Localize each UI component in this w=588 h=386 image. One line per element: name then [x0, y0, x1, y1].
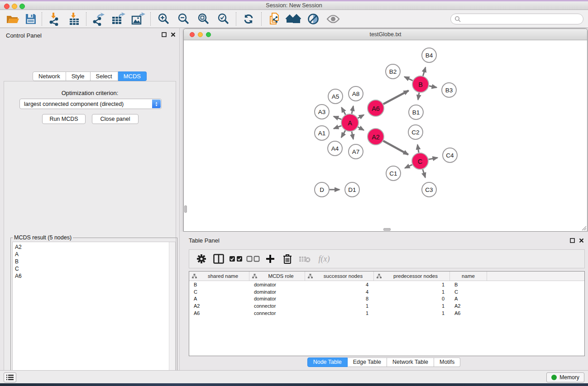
- show-hide-button[interactable]: [325, 12, 341, 26]
- zoom-selected-button[interactable]: [215, 12, 231, 26]
- open-session-button[interactable]: [5, 12, 21, 26]
- graph-edge[interactable]: [417, 145, 419, 153]
- import-table-button[interactable]: [66, 12, 82, 26]
- mcds-result-list[interactable]: A2ABCA6: [12, 242, 176, 386]
- table-cell[interactable]: 1: [305, 310, 374, 316]
- float-table-panel-icon[interactable]: [570, 238, 575, 243]
- table-cell[interactable]: 1: [305, 303, 374, 309]
- graph-edge[interactable]: [342, 108, 346, 115]
- float-panel-icon[interactable]: [162, 32, 167, 37]
- table-cell[interactable]: A6: [189, 310, 249, 316]
- graph-edge[interactable]: [404, 77, 412, 81]
- graph-edge[interactable]: [429, 86, 437, 88]
- result-list-item[interactable]: C: [13, 265, 175, 272]
- refresh-button[interactable]: [240, 12, 257, 26]
- graph-edge[interactable]: [405, 165, 412, 168]
- memory-button[interactable]: Memory: [546, 372, 584, 382]
- graph-edge[interactable]: [334, 116, 341, 119]
- result-list-item[interactable]: B: [13, 258, 175, 265]
- tab-mcds[interactable]: MCDS: [118, 71, 147, 81]
- run-mcds-button[interactable]: Run MCDS: [42, 114, 86, 124]
- table-cell[interactable]: dominator: [249, 296, 305, 301]
- export-image-button[interactable]: [130, 12, 146, 26]
- delete-column-button[interactable]: [279, 254, 296, 264]
- log-console-button[interactable]: [4, 372, 16, 382]
- deselect-all-columns-button[interactable]: [244, 256, 262, 262]
- table-cell[interactable]: 1: [374, 310, 450, 316]
- search-field[interactable]: [450, 14, 583, 24]
- table-cell[interactable]: A: [450, 296, 487, 301]
- result-list-item[interactable]: A2: [13, 243, 175, 251]
- table-cell[interactable]: A2: [189, 303, 249, 309]
- table-cell[interactable]: 0: [374, 296, 450, 301]
- graph-edge[interactable]: [383, 141, 408, 154]
- result-list-item[interactable]: A6: [13, 272, 175, 280]
- close-table-panel-icon[interactable]: [579, 238, 584, 243]
- table-cell[interactable]: 1: [374, 289, 450, 295]
- table-row[interactable]: Bdominator41B: [189, 281, 584, 288]
- graph-edge[interactable]: [334, 126, 341, 129]
- first-neighbors-button[interactable]: [285, 12, 301, 26]
- column-header-successor-nodes[interactable]: successor nodes: [305, 272, 374, 281]
- network-canvas[interactable]: B4B2BB3A5A8A6B1A3AA1C2A4A7A2CC4C1C3DD1: [184, 40, 587, 231]
- table-cell[interactable]: connector: [249, 310, 305, 316]
- graphics-details-button[interactable]: [305, 12, 321, 26]
- table-cell[interactable]: dominator: [249, 289, 305, 295]
- close-panel-button[interactable]: Close panel: [92, 114, 139, 124]
- node-table[interactable]: shared name MCDS role successor nodes: [189, 271, 585, 356]
- table-row[interactable]: A6connector11A6: [189, 310, 584, 317]
- table-cell[interactable]: A: [189, 296, 249, 301]
- network-graph[interactable]: B4B2BB3A5A8A6B1A3AA1C2A4A7A2CC4C1C3DD1: [184, 40, 587, 231]
- table-cell[interactable]: B: [189, 282, 249, 287]
- table-cell[interactable]: C: [189, 289, 249, 295]
- select-all-columns-button[interactable]: [227, 256, 244, 262]
- table-body[interactable]: Bdominator41BCdominator41CAdominator80AA…: [189, 281, 584, 317]
- delete-table-button[interactable]: [296, 255, 313, 263]
- result-list-scrollbar[interactable]: [169, 242, 175, 386]
- column-header-mcds-role[interactable]: MCDS role: [249, 272, 305, 281]
- graph-edge[interactable]: [418, 93, 419, 100]
- table-row[interactable]: Cdominator41C: [189, 288, 584, 295]
- table-cell[interactable]: 8: [305, 296, 374, 301]
- graph-edge[interactable]: [423, 67, 425, 76]
- tab-edge-table[interactable]: Edge Table: [348, 357, 387, 367]
- criterion-dropdown[interactable]: largest connected component (directed) ▲…: [19, 99, 162, 109]
- graph-edge[interactable]: [423, 169, 425, 177]
- show-column-panel-button[interactable]: [210, 254, 227, 264]
- table-cell[interactable]: 4: [305, 289, 374, 295]
- table-cell[interactable]: A2: [450, 303, 487, 309]
- graph-edge[interactable]: [352, 106, 353, 114]
- export-table-button[interactable]: [110, 12, 126, 26]
- import-network-button[interactable]: [46, 12, 62, 26]
- graph-edge[interactable]: [352, 132, 353, 139]
- clone-network-button[interactable]: [266, 12, 282, 26]
- column-header-name[interactable]: name: [450, 272, 487, 281]
- search-input[interactable]: [461, 16, 583, 22]
- zoom-out-button[interactable]: [175, 12, 191, 26]
- graph-edge[interactable]: [358, 115, 363, 119]
- canvas-horizontal-scroll-thumb[interactable]: [383, 228, 391, 231]
- tab-node-table[interactable]: Node Table: [307, 357, 348, 367]
- tab-network[interactable]: Network: [33, 71, 66, 81]
- add-column-button[interactable]: [262, 254, 279, 263]
- function-builder-button[interactable]: f(x): [313, 254, 335, 264]
- table-cell[interactable]: B: [450, 282, 487, 287]
- graph-edge[interactable]: [358, 127, 364, 130]
- table-cell[interactable]: 1: [374, 282, 450, 287]
- table-cell[interactable]: A6: [450, 310, 487, 316]
- table-cell[interactable]: connector: [249, 303, 305, 309]
- zoom-fit-button[interactable]: [195, 12, 211, 26]
- close-panel-icon[interactable]: [171, 32, 176, 37]
- table-cell[interactable]: C: [450, 289, 487, 295]
- column-header-predecessor-nodes[interactable]: predecessor nodes: [374, 272, 450, 281]
- network-window-titlebar[interactable]: testGlobe.txt: [184, 29, 587, 40]
- canvas-vertical-scroll-thumb[interactable]: [184, 205, 187, 213]
- table-settings-button[interactable]: [193, 254, 210, 264]
- tab-network-table[interactable]: Network Table: [387, 357, 434, 367]
- graph-edge[interactable]: [383, 91, 409, 104]
- table-cell[interactable]: dominator: [249, 282, 305, 287]
- zoom-in-button[interactable]: [155, 12, 172, 26]
- table-cell[interactable]: 4: [305, 282, 374, 287]
- table-cell[interactable]: 1: [374, 303, 450, 309]
- table-row[interactable]: A2connector11A2: [189, 302, 584, 310]
